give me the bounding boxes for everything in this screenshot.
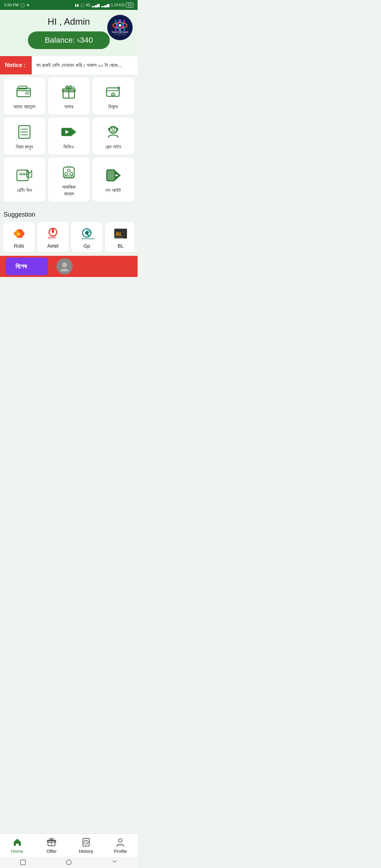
suggestion-row: R Robi airtel Airtel xyxy=(4,222,134,254)
svg-rect-43 xyxy=(69,166,71,167)
suggestion-item-airtel[interactable]: airtel Airtel xyxy=(37,222,68,252)
grid-item-add-balance[interactable]: অ্যাড ব্যালেন্স xyxy=(4,77,45,115)
svg-rect-50 xyxy=(107,170,114,180)
greeting-text: HI , Admin xyxy=(48,16,90,27)
signal-bars: ▂▄▆ xyxy=(92,3,100,7)
svg-rect-38 xyxy=(64,167,74,178)
network-4g: 4G xyxy=(86,3,90,7)
offer-label: অফার xyxy=(64,103,73,110)
grid-item-social[interactable]: সামাজিকমাধ্যম xyxy=(48,158,90,201)
suggestion-item-bl[interactable]: BL banglaink BL xyxy=(105,222,134,252)
svg-rect-7 xyxy=(25,92,29,95)
time-display: 5:50 PM xyxy=(4,3,19,7)
video-icon xyxy=(61,124,77,140)
airtel-logo: airtel xyxy=(45,227,61,240)
gp-logo: grameenphone xyxy=(79,227,95,240)
status-left: 5:50 PM ◯ ➤ xyxy=(4,3,30,7)
svg-text:banglaink: banglaink xyxy=(115,237,123,239)
grid-row-1: অ্যাড ব্যালেন্স OFFER অফার xyxy=(4,77,134,115)
svg-point-3 xyxy=(119,24,121,27)
svg-text:grameenphone: grameenphone xyxy=(82,237,95,240)
svg-text:বিশেষ: বিশেষ xyxy=(16,263,27,270)
rating-label: রেটিং দিন xyxy=(17,187,32,193)
refund-icon: $ xyxy=(105,84,121,100)
svg-text:BL: BL xyxy=(116,231,122,237)
add-balance-label: অ্যাড ব্যালেন্স xyxy=(13,103,35,110)
svg-text:✓: ✓ xyxy=(19,133,22,137)
svg-text:R: R xyxy=(18,233,20,236)
location-icon: ➤ xyxy=(26,3,30,7)
social-icon xyxy=(61,164,77,180)
notice-text: গদ রকেট বেশি লেনদেন করি। সকাল ১০ টা থেকে… xyxy=(32,56,138,74)
svg-point-29 xyxy=(112,128,114,130)
helpline-label: হেল্প লাইন xyxy=(105,144,121,150)
battery-indicator: 53 xyxy=(126,2,133,8)
rating-icon: ★★★ xyxy=(16,167,32,183)
logo-sub: ALL SIM OFFER xyxy=(114,34,126,35)
grid-section: অ্যাড ব্যালেন্স OFFER অফার xyxy=(0,74,138,207)
logout-label: লগ আউট xyxy=(105,187,121,193)
suggestion-item-gp[interactable]: grameenphone Gp xyxy=(71,222,102,252)
svg-point-46 xyxy=(71,176,73,178)
grid-item-refund[interactable]: $ রিফান্ড xyxy=(92,77,134,115)
status-bar: 5:50 PM ◯ ➤ ▮▮ ◯ 4G ▂▄▆ ▂▄▆ 1.19 K/S 53 xyxy=(0,0,138,10)
banner-area: বিশেষ xyxy=(0,256,138,277)
logo-text: TELECOM SHOP xyxy=(111,31,128,34)
status-right: ▮▮ ◯ 4G ▂▄▆ ▂▄▆ 1.19 K/S 53 xyxy=(75,2,133,8)
svg-point-40 xyxy=(70,173,73,175)
logout-icon xyxy=(105,167,121,183)
bl-logo: BL banglaink xyxy=(113,227,128,240)
notice-label: Notice : xyxy=(0,56,32,74)
grid-item-rules[interactable]: ✓ ✗ ✓ নিয়ম কানুন xyxy=(4,117,45,155)
grid-item-offer[interactable]: OFFER অফার xyxy=(48,77,90,115)
banner-image: বিশেষ xyxy=(6,258,48,275)
svg-point-44 xyxy=(65,176,67,178)
svg-text:airtel: airtel xyxy=(48,236,56,239)
banner-avatar xyxy=(56,258,73,275)
social-label: সামাজিকমাধ্যম xyxy=(62,184,75,197)
balance-button[interactable]: Balance: ৳340 xyxy=(28,31,110,49)
grid-row-2: ✓ ✗ ✓ নিয়ম কানুন ভিডিও xyxy=(4,117,134,155)
signal-bars-2: ▂▄▆ xyxy=(101,3,109,7)
suggestion-section: Suggestion R Robi airtel xyxy=(0,207,138,256)
svg-rect-31 xyxy=(108,128,110,131)
svg-point-41 xyxy=(67,169,70,172)
whatsapp-icon: ◯ xyxy=(20,3,25,7)
svg-marker-25 xyxy=(72,129,77,135)
grid-item-video[interactable]: ভিডিও xyxy=(48,117,90,155)
sim-icon: ▮▮ xyxy=(75,3,79,7)
robi-logo: R xyxy=(11,227,27,240)
svg-text:$: $ xyxy=(112,93,114,97)
grid-item-helpline[interactable]: হেল্প লাইন xyxy=(92,117,134,155)
checklist-icon: ✓ ✗ ✓ xyxy=(16,124,32,140)
grid-row-3: ★★★ রেটিং দিন xyxy=(4,158,134,201)
svg-point-39 xyxy=(65,173,68,175)
refund-label: রিফান্ড xyxy=(108,103,118,110)
svg-point-45 xyxy=(68,176,70,178)
notice-bar: Notice : গদ রকেট বেশি লেনদেন করি। সকাল ১… xyxy=(0,56,138,74)
gift-icon: OFFER xyxy=(61,84,77,100)
gp-name: Gp xyxy=(84,243,90,249)
rules-label: নিয়ম কানুন xyxy=(16,144,33,150)
video-label: ভিডিও xyxy=(64,144,74,150)
svg-rect-32 xyxy=(117,128,118,131)
suggestion-item-robi[interactable]: R Robi xyxy=(4,222,35,252)
svg-text:OFFER: OFFER xyxy=(65,86,75,89)
support-icon xyxy=(105,124,121,140)
suggestion-title: Suggestion xyxy=(4,211,134,218)
grid-item-rating[interactable]: ★★★ রেটিং দিন xyxy=(4,158,45,201)
wallet-icon xyxy=(16,84,32,100)
alarm-icon: ◯ xyxy=(80,3,84,7)
grid-item-logout[interactable]: লগ আউট xyxy=(92,158,134,201)
bl-name: BL xyxy=(117,243,123,249)
airtel-name: Airtel xyxy=(47,243,59,249)
robi-name: Robi xyxy=(14,243,24,249)
header-section: TELECOM SHOP ALL SIM OFFER HI , Admin Ba… xyxy=(0,10,138,56)
svg-rect-42 xyxy=(67,166,68,167)
data-speed: 1.19 K/S xyxy=(111,3,125,7)
svg-point-57 xyxy=(85,231,89,235)
logo-circle: TELECOM SHOP ALL SIM OFFER xyxy=(107,15,133,40)
svg-point-64 xyxy=(62,263,67,267)
